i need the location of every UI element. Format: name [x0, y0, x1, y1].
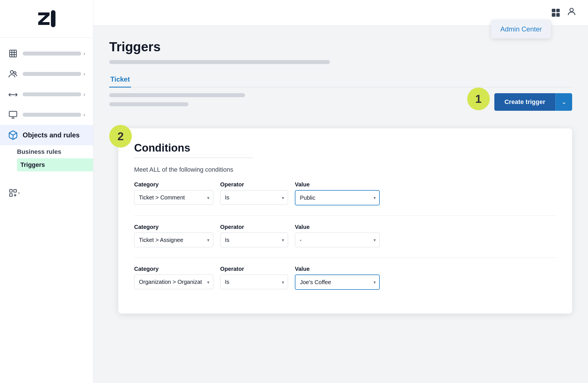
- objects-rules-icon: [8, 130, 18, 140]
- chevron-buildings: ›: [83, 51, 85, 57]
- submenu-business-rules[interactable]: Business rules: [17, 145, 93, 158]
- operator-select-wrapper-2: Is: [220, 233, 288, 247]
- category-select-3[interactable]: Organization > Organization: [134, 275, 213, 289]
- chevron-arrows: ›: [83, 92, 85, 97]
- condition-divider-2: [134, 258, 556, 258]
- category-select-2[interactable]: Ticket > Assignee: [134, 233, 213, 247]
- svg-rect-11: [14, 190, 16, 192]
- value-select-wrapper-3: Joe's Coffee: [295, 275, 380, 290]
- operator-select-2[interactable]: Is: [220, 233, 288, 247]
- value-select-2[interactable]: -: [295, 233, 380, 247]
- conditions-subtitle: Meet ALL of the following conditions: [134, 166, 556, 173]
- submenu-triggers[interactable]: Triggers: [17, 158, 93, 171]
- category-header-1: Category: [134, 181, 213, 188]
- nav-label-bar-people: [23, 72, 81, 76]
- svg-rect-0: [10, 50, 16, 57]
- condition-row-1: Category Operator Value Ticket > Comment: [134, 181, 556, 205]
- operator-header-3: Operator: [220, 266, 288, 272]
- condition-row-3: Category Operator Value Organization > O…: [134, 266, 556, 290]
- operator-header-2: Operator: [220, 224, 288, 230]
- chevron-monitor: ›: [83, 112, 85, 118]
- condition-headers-1: Category Operator Value: [134, 181, 556, 188]
- value-header-1: Value: [295, 181, 380, 188]
- sidebar-submenu: Business rules Triggers: [0, 145, 93, 171]
- operator-header-1: Operator: [220, 181, 288, 188]
- content-area: Triggers Ticket 1 Create trigger: [93, 25, 588, 383]
- conditions-card: Conditions Meet ALL of the following con…: [118, 128, 572, 314]
- trigger-toolbar-area: 1 Create trigger ⌄: [109, 93, 572, 116]
- skeleton-bar-3: [109, 102, 188, 106]
- tab-ticket[interactable]: Ticket: [109, 72, 131, 88]
- apps-icon: [8, 188, 18, 198]
- sidebar-nav: › ›: [0, 41, 93, 383]
- condition-divider-1: [134, 216, 556, 216]
- chevron-people: ›: [83, 71, 85, 77]
- svg-point-5: [10, 71, 14, 74]
- skeleton-bar-2: [109, 93, 245, 97]
- admin-center-dropdown: Admin Center: [491, 20, 551, 39]
- sidebar-item-objects-rules[interactable]: Objects and rules: [0, 125, 93, 145]
- sidebar-item-buildings[interactable]: ›: [0, 43, 93, 64]
- condition-row-2: Category Operator Value Ticket > Assigne…: [134, 224, 556, 247]
- condition-fields-3: Organization > Organization Is Joe's Cof…: [134, 275, 556, 290]
- create-trigger-dropdown-button[interactable]: ⌄: [555, 93, 572, 111]
- svg-rect-8: [9, 111, 17, 117]
- step1-badge: 1: [467, 88, 490, 110]
- skeleton-bar-1: [109, 60, 330, 64]
- admin-center-link[interactable]: Admin Center: [500, 25, 542, 33]
- create-trigger-button[interactable]: Create trigger: [494, 93, 555, 111]
- category-select-1[interactable]: Ticket > Comment: [134, 190, 213, 205]
- operator-select-1[interactable]: Is: [220, 190, 288, 205]
- people-icon: [8, 69, 18, 79]
- zendesk-logo: [35, 10, 58, 27]
- objects-rules-label: Objects and rules: [23, 131, 85, 139]
- step2-number: 2: [117, 130, 124, 143]
- nav-label-bar-buildings: [23, 52, 81, 56]
- page-title: Triggers: [109, 39, 572, 54]
- arrows-icon: [8, 89, 18, 99]
- value-select-3[interactable]: Joe's Coffee: [295, 275, 380, 290]
- skeleton-lines: [109, 93, 467, 109]
- monitor-icon: [8, 110, 18, 120]
- conditions-divider-line: [134, 158, 253, 158]
- sidebar-item-monitor[interactable]: ›: [0, 105, 93, 125]
- building-icon: [8, 48, 18, 59]
- value-select-wrapper-2: -: [295, 233, 380, 247]
- user-icon[interactable]: [566, 7, 577, 19]
- category-header-3: Category: [134, 266, 213, 272]
- sidebar-item-people[interactable]: ›: [0, 64, 93, 84]
- category-select-wrapper-3: Organization > Organization: [134, 275, 213, 290]
- operator-select-wrapper-3: Is: [220, 275, 288, 290]
- operator-select-3[interactable]: Is: [220, 275, 288, 289]
- step2-badge: 2: [109, 125, 132, 148]
- category-select-wrapper-2: Ticket > Assignee: [134, 233, 213, 247]
- step1-number: 1: [475, 93, 482, 105]
- nav-label-bar-monitor: [23, 113, 81, 117]
- condition-fields-1: Ticket > Comment Is Public: [134, 190, 556, 205]
- nav-label-bar-arrows: [23, 92, 81, 96]
- svg-point-13: [570, 8, 573, 12]
- step2-area: 2 Conditions Meet ALL of the following c…: [109, 123, 572, 314]
- sidebar: › ›: [0, 0, 93, 383]
- category-select-wrapper-1: Ticket > Comment: [134, 190, 213, 205]
- logo-area: [0, 0, 93, 38]
- condition-headers-3: Category Operator Value: [134, 266, 556, 272]
- chevron-apps: ›: [18, 190, 20, 195]
- tabs-bar: Ticket: [109, 72, 572, 88]
- condition-headers-2: Category Operator Value: [134, 224, 556, 230]
- value-header-3: Value: [295, 266, 380, 272]
- svg-point-6: [14, 72, 16, 74]
- category-header-2: Category: [134, 224, 213, 230]
- main-area: Admin Center Triggers Ticket 1: [93, 0, 588, 383]
- conditions-title: Conditions: [134, 142, 556, 154]
- sidebar-item-arrows[interactable]: ›: [0, 84, 93, 105]
- sidebar-item-apps[interactable]: ›: [0, 183, 93, 203]
- condition-fields-2: Ticket > Assignee Is -: [134, 233, 556, 247]
- value-header-2: Value: [295, 224, 380, 230]
- svg-rect-10: [10, 190, 12, 192]
- operator-select-wrapper-1: Is: [220, 190, 288, 205]
- grid-icon[interactable]: [552, 9, 560, 17]
- create-trigger-button-group: Create trigger ⌄: [494, 93, 572, 111]
- value-select-1[interactable]: Public: [295, 190, 380, 205]
- value-select-wrapper-1: Public: [295, 190, 380, 205]
